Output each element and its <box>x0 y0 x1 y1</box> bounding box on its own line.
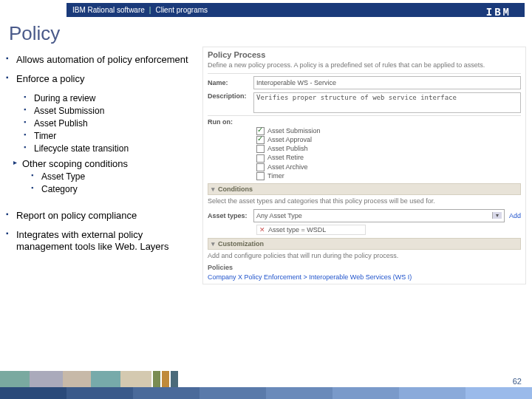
policies-label: Policies <box>208 264 521 271</box>
checkbox-icon[interactable] <box>256 163 265 171</box>
ibm-logo: IBM <box>486 7 511 18</box>
bullet-enforce: Enforce a policy <box>6 73 197 85</box>
sub-category: Category <box>41 184 197 194</box>
customization-desc: Add and configure policies that will run… <box>208 252 521 259</box>
checkbox-icon[interactable] <box>256 136 265 144</box>
asset-types-dropdown[interactable]: Any Asset Type▾ <box>253 209 505 222</box>
crumb-rational: IBM Rational software <box>72 6 145 14</box>
sub-lifecycle: Lifecycle state transition <box>34 143 197 154</box>
sub-review: During a review <box>34 93 197 103</box>
add-link[interactable]: Add <box>509 212 521 219</box>
breadcrumb: IBM Rational software | Client programs … <box>66 3 525 17</box>
desc-label: Description: <box>208 92 253 100</box>
page-number: 62 <box>513 377 522 386</box>
bullet-automation: Allows automation of policy enforcement <box>6 54 197 66</box>
sub-asset-type: Asset Type <box>41 171 197 182</box>
panel-desc: Define a new policy process. A policy is… <box>208 61 521 69</box>
policy-breadcrumb[interactable]: Company X Policy Enforcement > Interoper… <box>208 273 521 281</box>
checkbox-icon[interactable] <box>256 145 265 153</box>
panel-heading: Policy Process <box>208 50 521 59</box>
crumb-client: Client programs <box>155 6 208 14</box>
customization-header[interactable]: Customization <box>208 238 521 250</box>
asset-type-tag[interactable]: ✕ Asset type = WSDL <box>256 225 366 235</box>
footer: 62 <box>0 371 532 399</box>
screenshot-panel: Policy Process Define a new policy proce… <box>202 47 526 364</box>
conditions-header[interactable]: Conditions <box>208 183 521 195</box>
sub-publish: Asset Publish <box>34 118 197 129</box>
text-column: Allows automation of policy enforcement … <box>6 47 202 364</box>
remove-icon[interactable]: ✕ <box>259 226 265 233</box>
bullet-other: Other scoping conditions <box>22 158 197 169</box>
color-band <box>0 387 532 399</box>
runon-label: Run on: <box>208 118 253 126</box>
opt-timer[interactable]: Timer <box>208 172 521 180</box>
asset-types-label: Asset types: <box>208 212 253 219</box>
sub-submission: Asset Submission <box>34 106 197 116</box>
photo-strip <box>0 371 532 387</box>
sub-timer: Timer <box>34 131 197 141</box>
opt-submission[interactable]: Asset Submission <box>208 127 521 135</box>
desc-field[interactable] <box>253 92 521 113</box>
checkbox-icon[interactable] <box>256 154 265 163</box>
opt-archive[interactable]: Asset Archive <box>208 163 521 171</box>
bullet-report: Report on policy compliance <box>6 210 197 222</box>
conditions-desc: Select the asset types and categories th… <box>208 197 521 205</box>
checkbox-icon[interactable] <box>256 172 265 180</box>
name-label: Name: <box>208 79 253 86</box>
name-field[interactable] <box>253 76 521 89</box>
bullet-integrates: Integrates with external policy manageme… <box>6 229 197 253</box>
crumb-sep: | <box>149 6 151 14</box>
chevron-down-icon: ▾ <box>492 212 502 219</box>
opt-publish[interactable]: Asset Publish <box>208 145 521 153</box>
page-title: Policy <box>0 18 532 47</box>
opt-retire[interactable]: Asset Retire <box>208 154 521 162</box>
header-bar: IBM Rational software | Client programs … <box>0 0 532 18</box>
opt-approval[interactable]: Asset Approval <box>208 136 521 144</box>
